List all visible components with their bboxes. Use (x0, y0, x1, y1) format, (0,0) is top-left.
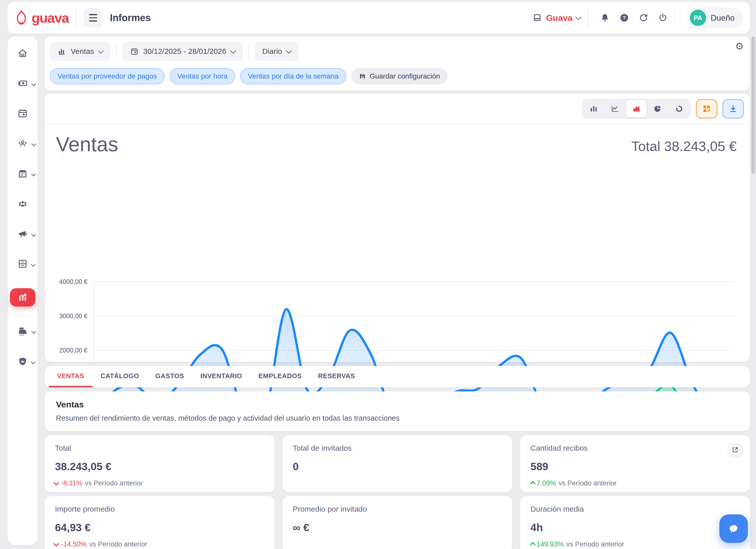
chat-fab-button[interactable] (719, 514, 748, 543)
date-range-select[interactable]: 30/12/2025 - 28/01/2026 (122, 42, 243, 61)
tab-gastos[interactable]: GASTOS (147, 366, 192, 387)
chevron-down-icon (98, 48, 104, 54)
notifications-button[interactable] (595, 8, 615, 27)
tab-reservas[interactable]: RESERVAS (310, 366, 363, 387)
store-icon (17, 168, 28, 180)
stat-change: -14.50% vs Período anterior (55, 540, 264, 548)
trend-down-icon (53, 541, 59, 546)
tab-empleados[interactable]: EMPLEADOS (250, 366, 310, 387)
sidebar-item-payments[interactable] (17, 78, 29, 89)
chart-type-area-button[interactable] (626, 100, 647, 117)
stat-label: Total de invitados (293, 444, 502, 452)
brand-logo[interactable]: guava (15, 10, 69, 26)
guava-fruit-icon (15, 10, 28, 25)
logout-button[interactable] (653, 8, 673, 27)
quick-report-chips: Ventas por proveedor de pagosVentas por … (45, 61, 750, 84)
stat-label: Importe promedio (55, 505, 264, 513)
trend-down-icon (53, 480, 59, 485)
bar-chart-icon (57, 47, 66, 56)
download-chart-button[interactable] (722, 99, 744, 119)
menu-toggle-button[interactable] (83, 8, 103, 27)
sidebar-nav (8, 37, 38, 545)
tab-ventas[interactable]: VENTAS (49, 366, 92, 387)
chart-type-bar-button[interactable] (584, 100, 604, 117)
chart-type-line-button[interactable] (605, 100, 625, 117)
section-card: Ventas Resumen del rendimiento de ventas… (45, 391, 750, 431)
workspace-name: Guava (546, 13, 573, 23)
top-header: guava Informes Guava (8, 2, 750, 34)
svg-text:4000,00 €: 4000,00 € (59, 278, 88, 285)
filters-card: Ventas 30/12/2025 - 28/01/2026 Diario ⚙ … (45, 37, 750, 91)
home-icon (17, 48, 28, 59)
help-button[interactable]: ? (615, 8, 634, 27)
quick-report-chip-0[interactable]: Ventas por proveedor de pagos (50, 68, 165, 84)
customers-icon (17, 138, 29, 149)
date-range-value: 30/12/2025 - 28/01/2026 (143, 47, 226, 56)
granularity-select[interactable]: Diario (255, 42, 299, 61)
open-detail-button[interactable] (728, 442, 743, 457)
stat-value: 64,93 € (55, 522, 264, 534)
chart-type-donut-button[interactable] (669, 100, 689, 117)
widgets-edit-button[interactable] (696, 99, 717, 119)
tab-inventario[interactable]: INVENTARIO (192, 366, 250, 387)
external-link-icon (732, 446, 739, 453)
chevron-down-icon (31, 262, 35, 267)
workspace-selector[interactable]: Guava (532, 12, 580, 23)
sidebar-item-marketing[interactable] (17, 228, 29, 240)
chevron-down-icon (230, 48, 236, 54)
settings-gear-button[interactable]: ⚙ (735, 41, 744, 52)
stat-label: Cantidad recibos (530, 444, 740, 452)
sidebar-item-home[interactable] (17, 48, 28, 59)
refresh-button[interactable] (634, 8, 653, 27)
help-icon: ? (619, 12, 630, 23)
power-icon (658, 12, 668, 23)
reports-icon (17, 291, 29, 303)
page-scrollbar[interactable] (751, 37, 755, 174)
sidebar-item-admin[interactable] (17, 356, 28, 367)
user-role: Dueño (711, 13, 735, 23)
calendar-icon (130, 47, 139, 56)
svg-text:?: ? (623, 15, 626, 21)
section-description: Resumen del rendimiento de ventas, métod… (56, 414, 739, 422)
report-type-value: Ventas (71, 47, 94, 56)
tab-catálogo[interactable]: CATÁLOGO (92, 366, 147, 387)
trend-up-icon (530, 542, 536, 548)
profile-menu[interactable]: PA Dueño (687, 8, 743, 28)
sidebar-item-reports[interactable] (10, 288, 35, 306)
chat-bubble-icon (728, 523, 740, 535)
save-icon (359, 73, 366, 80)
stat-card-2: Cantidad recibos 589 7.09% vs Período an… (520, 435, 750, 492)
calendar-icon (17, 108, 28, 119)
avatar: PA (690, 10, 706, 26)
register-icon (17, 325, 29, 337)
sidebar-item-inventory[interactable] (17, 258, 28, 270)
save-configuration-button[interactable]: Guardar configuración (351, 68, 448, 84)
report-tabs: VENTASCATÁLOGOGASTOSINVENTARIOEMPLEADOSR… (45, 366, 750, 387)
chevron-down-icon (31, 232, 36, 237)
sidebar-item-customers[interactable] (17, 138, 29, 149)
stat-card-0: Total 38.243,05 € -8.11% vs Período ante… (45, 435, 274, 492)
report-type-select[interactable]: Ventas (50, 42, 111, 61)
stat-value: ∞ € (293, 522, 502, 534)
storefront-icon (532, 12, 543, 23)
quick-report-chip-1[interactable]: Ventas por hora (170, 68, 235, 84)
stat-card-5: Duración media 4h 149.93% vs Período ant… (520, 496, 750, 549)
sidebar-item-store[interactable] (17, 168, 28, 180)
download-icon (729, 104, 738, 113)
stat-change-suffix: vs Período anterior (566, 540, 624, 548)
chart-type-switcher (582, 99, 691, 119)
stat-change-suffix: vs Período anterior (89, 540, 147, 548)
section-title: Ventas (56, 399, 739, 409)
header-divider (680, 9, 680, 26)
quick-report-chip-2[interactable]: Ventas por día de la semana (240, 68, 346, 84)
svg-text:2000,00 €: 2000,00 € (59, 347, 88, 354)
chevron-down-icon (31, 82, 36, 86)
stat-change-suffix: vs Período anterior (85, 479, 143, 487)
sidebar-item-calendar[interactable] (17, 108, 28, 119)
inventory-icon (17, 258, 28, 270)
sidebar-item-register[interactable] (17, 325, 29, 337)
sidebar-item-team[interactable] (17, 198, 29, 210)
svg-text:3000,00 €: 3000,00 € (59, 312, 88, 319)
chart-type-pie-button[interactable] (648, 100, 668, 117)
team-icon (17, 198, 29, 210)
